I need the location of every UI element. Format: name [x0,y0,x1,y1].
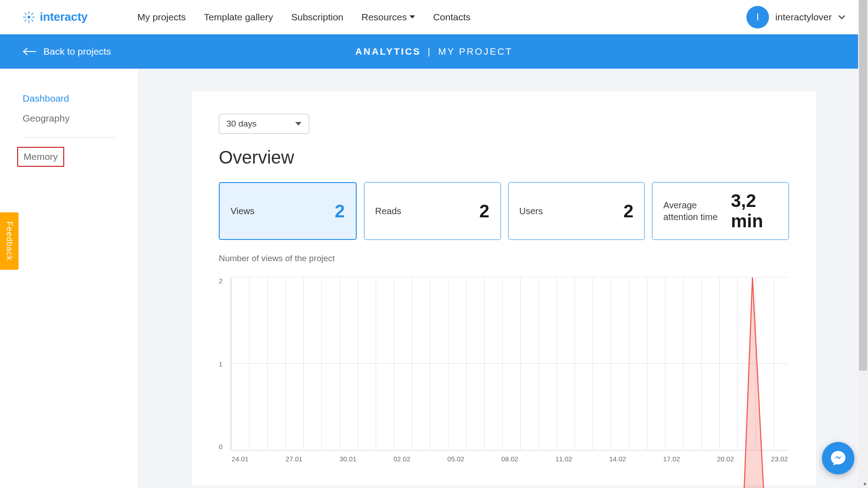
nav-contacts[interactable]: Contacts [433,12,471,23]
chart-grid [231,277,789,450]
overview-card: 30 days Overview Views 2 Reads 2 Users 2 [192,91,816,485]
layout: Dashboard Geography Memory 30 days Overv… [0,69,868,488]
stat-card-reads[interactable]: Reads 2 [364,182,501,240]
stat-card-views[interactable]: Views 2 [219,182,357,240]
period-select[interactable]: 30 days [219,114,309,134]
chart-description: Number of views of the project [219,253,789,263]
chart: 2 1 0 24.01 27.01 30.01 02.02 [219,277,789,463]
sidebar-item-dashboard[interactable]: Dashboard [23,89,115,108]
starburst-icon [22,10,36,24]
brand-text: interacty [40,10,88,24]
back-label: Back to projects [43,46,111,57]
nav-my-projects[interactable]: My projects [137,12,186,23]
scrollbar-thumb[interactable] [859,0,867,371]
user-menu[interactable]: I interactylover [746,6,845,28]
chat-bubble[interactable] [822,442,854,474]
stat-value-views: 2 [335,201,345,221]
stat-label-attention: Average attention time [663,199,731,223]
stat-value-attention: 3,2 min [731,191,778,231]
caret-down-icon [295,122,302,126]
stat-label-reads: Reads [375,205,401,217]
stats-row: Views 2 Reads 2 Users 2 Average attentio… [219,182,789,240]
svg-line-5 [25,13,27,14]
period-label: 30 days [226,119,257,129]
stat-card-users[interactable]: Users 2 [508,182,645,240]
sidebar: Dashboard Geography Memory [0,69,137,488]
stat-label-users: Users [519,205,543,217]
feedback-tab[interactable]: Feedback [0,212,19,270]
nav-subscription[interactable]: Subscription [291,12,344,23]
nav-template-gallery[interactable]: Template gallery [204,12,273,23]
svg-point-0 [28,16,30,18]
chart-area: 24.01 27.01 30.01 02.02 05.02 08.02 11.0… [231,277,789,463]
page-bar: Back to projects Analytics | My project [0,34,868,69]
stat-label-views: Views [231,205,255,217]
stat-value-reads: 2 [479,201,489,221]
scrollbar-down-icon[interactable]: ▾ [863,481,866,487]
chart-series [231,277,789,488]
chart-y-axis: 2 1 0 [219,277,226,450]
nav-resources-label: Resources [362,12,407,23]
back-to-projects[interactable]: Back to projects [23,46,111,57]
top-bar: interacty My projects Template gallery S… [0,0,868,34]
sidebar-item-memory[interactable]: Memory [17,147,64,167]
scrollbar[interactable]: ▴ ▾ [858,0,868,488]
svg-line-7 [25,19,27,21]
chevron-down-icon [838,15,845,19]
sidebar-item-geography[interactable]: Geography [23,108,115,128]
messenger-icon [830,450,847,467]
y-tick: 0 [219,443,222,450]
page-title-sub: My project [438,46,513,56]
overview-title: Overview [219,147,789,168]
main-nav: My projects Template gallery Subscriptio… [137,12,471,23]
arrow-left-icon [23,47,37,56]
stat-card-attention[interactable]: Average attention time 3,2 min [652,182,789,240]
stat-value-users: 2 [623,201,633,221]
caret-down-icon [410,15,415,19]
brand-logo[interactable]: interacty [22,10,88,24]
svg-line-6 [31,19,33,21]
main-content: 30 days Overview Views 2 Reads 2 Users 2 [137,69,868,488]
username: interactylover [775,12,832,23]
page-title-main: Analytics [355,46,421,56]
y-tick: 1 [219,360,222,368]
svg-marker-9 [410,15,415,19]
sidebar-divider [23,137,115,138]
page-title-sep: | [428,46,431,56]
avatar: I [746,6,769,28]
page-title: Analytics | My project [355,46,513,57]
y-tick: 2 [219,277,222,285]
svg-line-8 [31,13,33,14]
nav-resources[interactable]: Resources [362,12,415,23]
svg-marker-11 [295,122,302,126]
